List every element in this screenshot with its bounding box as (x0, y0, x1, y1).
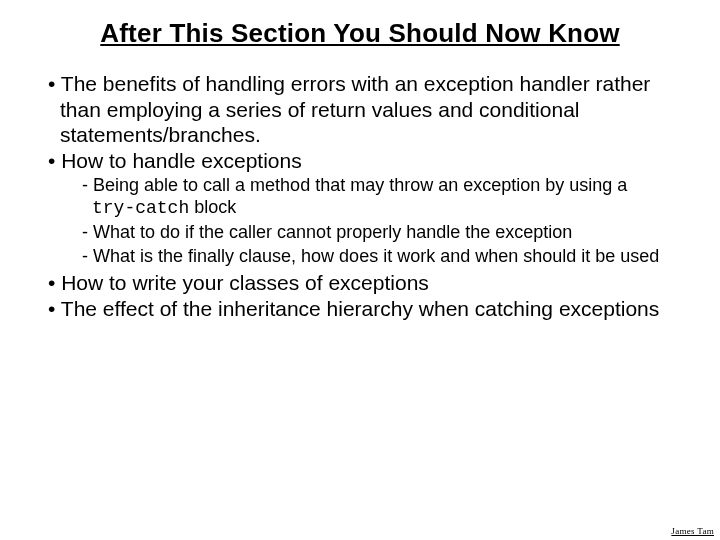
code-text: try-catch (92, 198, 189, 218)
footer-author: James Tam (671, 526, 714, 536)
sub-bullet-item: What to do if the caller cannot properly… (48, 222, 672, 244)
slide-content: After This Section You Should Now Know T… (0, 0, 720, 321)
sub-bullet-text: Being able to call a method that may thr… (93, 175, 627, 195)
sub-bullet-item: What is the finally clause, how does it … (48, 246, 672, 268)
bullet-item: How to write your classes of exceptions (48, 270, 672, 296)
bullet-item: How to handle exceptions (48, 148, 672, 174)
sub-bullet-text: block (189, 197, 236, 217)
bullet-list: The benefits of handling errors with an … (48, 71, 672, 321)
bullet-item: The benefits of handling errors with an … (48, 71, 672, 148)
slide-title: After This Section You Should Now Know (48, 18, 672, 49)
bullet-item: The effect of the inheritance hierarchy … (48, 296, 672, 322)
sub-bullet-item: Being able to call a method that may thr… (48, 175, 672, 220)
